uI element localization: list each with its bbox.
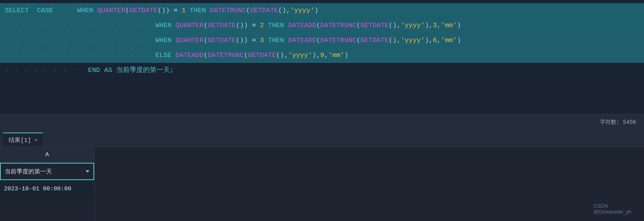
fn-getdate-1b: GETDATE — [250, 3, 278, 18]
num-3-2: 3 — [433, 18, 437, 33]
code-line-2: · · · · · · · · · · · · · · · WHEN QUART… — [0, 18, 644, 33]
fn-getdate-2b: GETDATE — [361, 18, 389, 33]
str-yyyy-2: 'yyyy' — [401, 18, 425, 33]
status-bar: 字符数: 5456 — [0, 114, 644, 130]
fn-dateadd-3: DATEADD — [288, 33, 316, 48]
cell-dropdown-arrow[interactable] — [86, 170, 89, 173]
str-mm-3: 'mm' — [441, 33, 457, 48]
column-header-label: A — [45, 151, 49, 158]
dots-5: · · · · · · · · — [5, 63, 86, 78]
fn-getdate-1: GETDATE — [129, 3, 157, 18]
code-editor: SELECT CASE WHEN QUARTER ( GETDATE () ) … — [0, 0, 644, 114]
num-9-4: 9 — [320, 48, 324, 63]
code-line-5: · · · · · · · · END AS 当前季度的第一天 ; — [0, 63, 644, 78]
keyword-as: AS — [104, 63, 112, 78]
result-table: A 当前季度的第一天 2023-10-01 00:00:00 — [0, 147, 95, 221]
results-content: A 当前季度的第一天 2023-10-01 00:00:00 — [0, 147, 644, 221]
keyword-then-3: THEN — [268, 33, 284, 48]
fn-datetrunc-4: DATETRUNC — [208, 48, 244, 63]
num-1: 1 — [182, 3, 186, 18]
cell-chinese-value: 当前季度的第一天 — [5, 168, 83, 175]
keyword-when-3: WHEN — [155, 33, 171, 48]
keyword-end: END — [88, 63, 100, 78]
keyword-case: CASE — [37, 3, 53, 18]
tab-close-button[interactable]: × — [34, 137, 37, 143]
fn-quarter-1: QUARTER — [97, 3, 125, 18]
watermark-text: CSDN @Oceanside_yh — [594, 203, 631, 215]
cell-data-row: 2023-10-01 00:00:00 — [0, 180, 94, 197]
str-mm-2: 'mm' — [441, 18, 457, 33]
cell-value-row: 当前季度的第一天 — [0, 163, 94, 180]
semicolon: ; — [170, 63, 174, 78]
code-line-1: SELECT CASE WHEN QUARTER ( GETDATE () ) … — [0, 3, 644, 18]
str-yyyy-1: 'yyyy' — [290, 3, 314, 18]
column-header-a: A — [0, 147, 94, 163]
code-line-4: · · · · · · · · · · · · · · · ELSE DATEA… — [0, 48, 644, 63]
fn-quarter-3: QUARTER — [175, 33, 203, 48]
str-yyyy-4: 'yyyy' — [288, 48, 312, 63]
num-3: 3 — [260, 33, 264, 48]
fn-getdate-3b: GETDATE — [361, 33, 389, 48]
keyword-select: SELECT — [5, 3, 29, 18]
cell-date-value: 2023-10-01 00:00:00 — [4, 186, 71, 192]
fn-dateadd-4: DATEADD — [175, 48, 203, 63]
code-line-3: · · · · · · · · · · · · · · · WHEN QUART… — [0, 33, 644, 48]
fn-getdate-2: GETDATE — [208, 18, 236, 33]
char-count: 字符数: 5456 — [600, 119, 636, 126]
num-6-3: 6 — [433, 33, 437, 48]
result-tab[interactable]: 结果[1] × — [3, 133, 43, 147]
keyword-then-1: THEN — [190, 3, 206, 18]
str-mm-4: 'mm' — [328, 48, 344, 63]
str-yyyy-3: 'yyyy' — [401, 33, 425, 48]
fn-datetrunc-3: DATETRUNC — [320, 33, 357, 48]
keyword-then-2: THEN — [268, 18, 284, 33]
fn-datetrunc-1: DATETRUNC — [210, 3, 246, 18]
results-area: 结果[1] × A 当前季度的第一天 2023-10-01 00:00:00 — [0, 130, 644, 221]
fn-getdate-4: GETDATE — [248, 48, 276, 63]
dots-2: · · · · · · · · · · · · · · · — [5, 18, 154, 33]
keyword-else: ELSE — [155, 48, 171, 63]
fn-getdate-3: GETDATE — [208, 33, 236, 48]
keyword-when-2: WHEN — [155, 18, 171, 33]
keyword-when-1: WHEN — [77, 3, 93, 18]
fn-datetrunc-2: DATETRUNC — [320, 18, 357, 33]
fn-dateadd-2: DATEADD — [288, 18, 316, 33]
tabs-bar: 结果[1] × — [0, 130, 644, 147]
dots-3: · · · · · · · · · · · · · · · — [5, 33, 154, 48]
tab-label: 结果[1] — [9, 136, 31, 144]
fn-quarter-2: QUARTER — [175, 18, 203, 33]
label-chinese: 当前季度的第一天 — [116, 63, 170, 78]
num-2: 2 — [260, 18, 264, 33]
dots-4: · · · · · · · · · · · · · · · — [5, 48, 154, 63]
